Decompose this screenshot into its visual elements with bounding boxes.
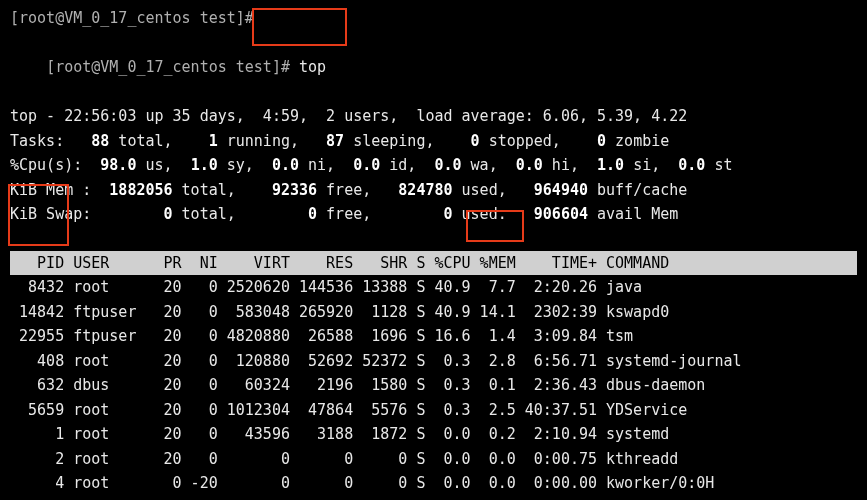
table-row: 22955 ftpuser 20 0 4820880 26588 1696 S …: [10, 324, 857, 349]
top-summary-tasks: Tasks: 88 total, 1 running, 87 sleeping,…: [10, 129, 857, 154]
shell-prompt-prev: [root@VM_0_17_centos test]#: [10, 6, 857, 31]
table-row: 14842 ftpuser 20 0 583048 265920 1128 S …: [10, 300, 857, 325]
prompt-prefix: [root@VM_0_17_centos test]#: [46, 58, 299, 76]
top-summary-cpu: %Cpu(s): 98.0 us, 1.0 sy, 0.0 ni, 0.0 id…: [10, 153, 857, 178]
process-table-body: 8432 root 20 0 2520620 144536 13388 S 40…: [10, 275, 857, 500]
terminal-screen[interactable]: [root@VM_0_17_centos test]# [root@VM_0_1…: [0, 0, 867, 500]
table-row: 1 root 20 0 43596 3188 1872 S 0.0 0.2 2:…: [10, 422, 857, 447]
blank-line: [10, 227, 857, 251]
table-row: 6 root 20 0 0 0 0 S 0.0 0.0 0:23.47 ksof…: [10, 496, 857, 501]
top-summary-mem: KiB Mem : 1882056 total, 92336 free, 824…: [10, 178, 857, 203]
table-row: 5659 root 20 0 1012304 47864 5576 S 0.3 …: [10, 398, 857, 423]
table-row: 408 root 20 0 120880 52692 52372 S 0.3 2…: [10, 349, 857, 374]
shell-prompt-current: [root@VM_0_17_centos test]# top: [10, 31, 857, 105]
top-summary-swap: KiB Swap: 0 total, 0 free, 0 used. 90660…: [10, 202, 857, 227]
table-row: 4 root 0 -20 0 0 0 S 0.0 0.0 0:00.00 kwo…: [10, 471, 857, 496]
typed-command: top: [299, 58, 326, 76]
table-row: 8432 root 20 0 2520620 144536 13388 S 40…: [10, 275, 857, 300]
table-row: 2 root 20 0 0 0 0 S 0.0 0.0 0:00.75 kthr…: [10, 447, 857, 472]
top-summary-uptime: top - 22:56:03 up 35 days, 4:59, 2 users…: [10, 104, 857, 129]
process-table-header: PID USER PR NI VIRT RES SHR S %CPU %MEM …: [10, 251, 857, 276]
table-row: 632 dbus 20 0 60324 2196 1580 S 0.3 0.1 …: [10, 373, 857, 398]
